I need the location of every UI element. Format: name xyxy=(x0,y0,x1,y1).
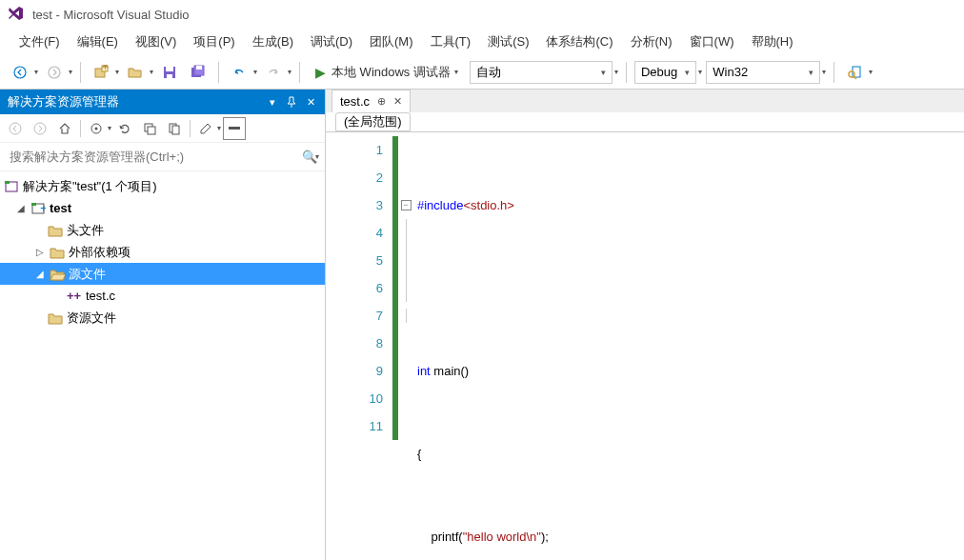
collapse-all-button[interactable] xyxy=(138,117,161,140)
home-button[interactable] xyxy=(53,117,76,140)
expand-arrow-icon[interactable]: ◢ xyxy=(34,269,46,279)
svg-text:✶: ✶ xyxy=(100,65,110,73)
tree-label: 解决方案"test"(1 个项目) xyxy=(23,178,157,195)
tree-solution-node[interactable]: 解决方案"test"(1 个项目) xyxy=(0,175,325,197)
tree-source-file[interactable]: ++ test.c xyxy=(0,285,325,307)
new-project-button[interactable]: ✶ xyxy=(89,60,113,85)
menu-tools[interactable]: 工具(T) xyxy=(423,30,479,54)
tree-project-node[interactable]: ◢ + test xyxy=(0,197,325,219)
project-icon: + xyxy=(30,201,46,216)
back-button[interactable] xyxy=(4,117,27,140)
close-icon[interactable]: ✕ xyxy=(304,95,317,109)
nav-forward-button[interactable] xyxy=(42,60,67,85)
menu-project[interactable]: 项目(P) xyxy=(186,30,242,54)
platform-combo[interactable]: Win32▾ xyxy=(706,61,820,84)
dropdown-arrow-icon[interactable]: ▾ xyxy=(108,124,111,132)
dropdown-arrow-icon[interactable]: ▾ xyxy=(34,68,38,76)
forward-button[interactable] xyxy=(29,117,51,140)
expand-arrow-icon[interactable]: ▷ xyxy=(34,247,46,257)
tree-label: 源文件 xyxy=(69,266,106,283)
dropdown-arrow-icon[interactable]: ▾ xyxy=(150,68,153,76)
undo-button[interactable] xyxy=(227,60,251,85)
menu-team[interactable]: 团队(M) xyxy=(362,30,421,54)
nav-back-button[interactable] xyxy=(8,60,32,85)
build-config-combo[interactable]: Debug▾ xyxy=(634,61,696,84)
menu-help[interactable]: 帮助(H) xyxy=(744,30,801,54)
svg-rect-7 xyxy=(167,74,172,78)
dropdown-arrow-icon[interactable]: ▾ xyxy=(288,68,291,76)
code-area[interactable]: 1234567891011 − #include<stdio.h> int ma… xyxy=(326,132,964,560)
line-number: 7 xyxy=(326,302,383,330)
menu-bar: 文件(F) 编辑(E) 视图(V) 项目(P) 生成(B) 调试(D) 团队(M… xyxy=(0,29,964,55)
solution-config-combo[interactable]: 自动▾ xyxy=(470,61,613,84)
code-token: { xyxy=(417,447,421,461)
file-tab[interactable]: test.c ⊕ ✕ xyxy=(331,90,411,112)
tree-resources-folder[interactable]: 资源文件 xyxy=(0,307,325,329)
line-number: 11 xyxy=(326,412,383,440)
search-input[interactable] xyxy=(6,146,302,169)
preview-button[interactable] xyxy=(223,117,246,140)
tree-label: 外部依赖项 xyxy=(69,244,131,261)
debugger-label: 本地 Windows 调试器 xyxy=(331,64,451,81)
svg-point-14 xyxy=(10,123,21,134)
separator xyxy=(80,120,81,137)
separator xyxy=(626,62,627,83)
menu-debug[interactable]: 调试(D) xyxy=(303,30,360,54)
menu-build[interactable]: 生成(B) xyxy=(245,30,301,54)
dropdown-arrow-icon[interactable]: ▾ xyxy=(315,152,319,161)
expand-arrow-icon[interactable]: ◢ xyxy=(15,203,27,213)
dropdown-arrow-icon[interactable]: ▾ xyxy=(869,68,873,76)
svg-rect-24 xyxy=(5,181,10,184)
tree-sources-folder[interactable]: ◢ 源文件 xyxy=(0,263,325,285)
redo-button[interactable] xyxy=(261,60,286,85)
separator xyxy=(80,62,81,83)
menu-edit[interactable]: 编辑(E) xyxy=(70,30,126,54)
code-token: main() xyxy=(431,364,469,378)
fold-toggle-icon[interactable]: − xyxy=(401,200,412,210)
menu-window[interactable]: 窗口(W) xyxy=(682,30,742,54)
svg-point-1 xyxy=(49,67,60,78)
panel-menu-button[interactable]: ▾ xyxy=(266,95,279,109)
menu-architecture[interactable]: 体系结构(C) xyxy=(538,30,620,54)
dropdown-arrow-icon[interactable]: ▾ xyxy=(217,124,221,132)
dropdown-arrow-icon[interactable]: ▾ xyxy=(69,68,72,76)
svg-rect-26 xyxy=(31,203,36,206)
line-number: 10 xyxy=(326,385,383,412)
solution-icon xyxy=(4,179,19,194)
tree-external-deps-folder[interactable]: ▷ 外部依赖项 xyxy=(0,241,325,263)
dropdown-arrow-icon[interactable]: ▾ xyxy=(698,68,702,76)
tree-label: 资源文件 xyxy=(67,310,116,327)
pin-tab-icon[interactable]: ⊕ xyxy=(377,95,386,108)
code-token: <stdio.h> xyxy=(463,198,514,212)
refresh-button[interactable] xyxy=(113,117,136,140)
find-in-files-button[interactable] xyxy=(842,60,867,85)
combo-value: Win32 xyxy=(713,65,748,79)
open-file-button[interactable] xyxy=(123,60,148,85)
scope-combo[interactable]: (全局范围) xyxy=(335,112,411,131)
save-all-button[interactable] xyxy=(186,60,211,85)
close-tab-icon[interactable]: ✕ xyxy=(393,95,402,108)
sync-icon[interactable] xyxy=(85,117,108,140)
menu-test[interactable]: 测试(S) xyxy=(480,30,536,54)
line-number: 4 xyxy=(326,219,383,247)
code-content[interactable]: #include<stdio.h> int main() { printf("h… xyxy=(413,132,894,560)
line-number: 2 xyxy=(326,164,383,191)
start-debugger-button[interactable]: ▶ 本地 Windows 调试器 ▾ xyxy=(308,62,466,83)
dropdown-arrow-icon[interactable]: ▾ xyxy=(253,68,257,76)
dropdown-arrow-icon[interactable]: ▾ xyxy=(614,68,618,76)
main-toolbar: ▾ ▾ ✶ ▾ ▾ ▾ ▾ ▶ 本地 Windows 调试器 ▾ 自动▾ ▾ D… xyxy=(0,55,964,90)
dropdown-arrow-icon[interactable]: ▾ xyxy=(822,68,826,76)
menu-view[interactable]: 视图(V) xyxy=(128,30,184,54)
properties-button[interactable] xyxy=(194,117,217,140)
pin-icon[interactable] xyxy=(285,95,298,109)
menu-analyze[interactable]: 分析(N) xyxy=(623,30,680,54)
tree-headers-folder[interactable]: 头文件 xyxy=(0,219,325,241)
svg-point-0 xyxy=(14,67,26,78)
dropdown-arrow-icon[interactable]: ▾ xyxy=(115,68,119,76)
menu-file[interactable]: 文件(F) xyxy=(11,30,68,54)
editor-tabstrip: test.c ⊕ ✕ xyxy=(326,90,964,112)
dropdown-arrow-icon: ▾ xyxy=(454,68,458,76)
combo-value: Debug xyxy=(641,65,677,79)
save-button[interactable] xyxy=(157,60,182,85)
show-all-files-button[interactable] xyxy=(163,117,186,140)
